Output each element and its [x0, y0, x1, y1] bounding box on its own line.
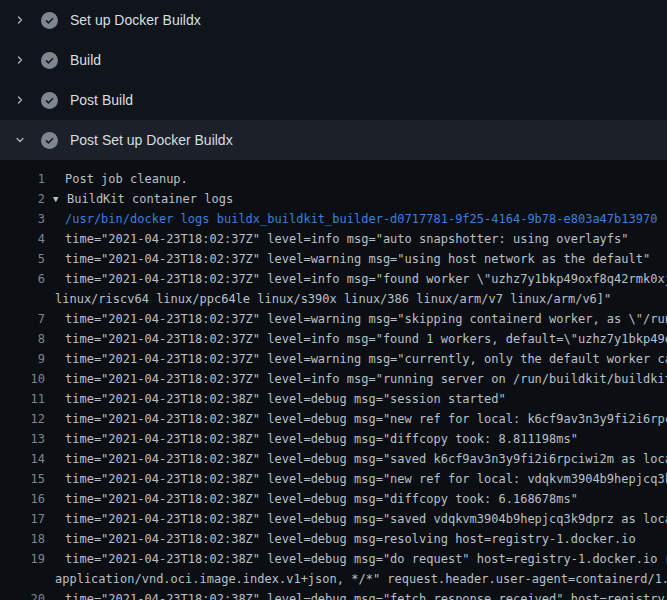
line-number[interactable]: 1	[0, 169, 45, 189]
step-label: Build	[70, 52, 101, 68]
workflow-job-log-panel: Set up Docker BuildxBuildPost BuildPost …	[0, 0, 667, 600]
line-number[interactable]: 5	[0, 249, 45, 269]
line-number[interactable]: 16	[0, 489, 45, 509]
check-circle-icon	[41, 92, 58, 109]
line-number[interactable]: 18	[0, 529, 45, 549]
log-text: time="2021-04-23T18:02:38Z" level=debug …	[65, 449, 667, 469]
chevron-right-icon	[12, 12, 28, 28]
log-line: 8time="2021-04-23T18:02:37Z" level=info …	[0, 329, 667, 349]
log-line: 7time="2021-04-23T18:02:37Z" level=warni…	[0, 309, 667, 329]
chevron-right-icon	[12, 52, 28, 68]
step-row-build[interactable]: Build	[0, 40, 667, 80]
log-text: Post job cleanup.	[65, 169, 188, 189]
log-line: 5time="2021-04-23T18:02:37Z" level=warni…	[0, 249, 667, 269]
log-text: time="2021-04-23T18:02:37Z" level=warnin…	[65, 249, 650, 269]
log-text: time="2021-04-23T18:02:37Z" level=warnin…	[65, 349, 667, 369]
check-circle-icon	[41, 12, 58, 29]
line-number[interactable]: 9	[0, 349, 45, 369]
line-number[interactable]: 13	[0, 429, 45, 449]
log-line: 19time="2021-04-23T18:02:38Z" level=debu…	[0, 549, 667, 569]
line-number[interactable]: 14	[0, 449, 45, 469]
line-number[interactable]: 4	[0, 229, 45, 249]
log-line: 11time="2021-04-23T18:02:38Z" level=debu…	[0, 389, 667, 409]
line-number	[0, 569, 45, 589]
line-number[interactable]: 10	[0, 369, 45, 389]
log-line: 12time="2021-04-23T18:02:38Z" level=debu…	[0, 409, 667, 429]
log-command-text: /usr/bin/docker logs buildx_buildkit_bui…	[65, 209, 657, 229]
steps-list: Set up Docker BuildxBuildPost BuildPost …	[0, 0, 667, 160]
line-number[interactable]: 6	[0, 269, 45, 289]
step-row-post-build[interactable]: Post Build	[0, 80, 667, 120]
log-text: time="2021-04-23T18:02:38Z" level=debug …	[65, 589, 667, 600]
line-number[interactable]: 20	[0, 589, 45, 600]
log-text: time="2021-04-23T18:02:38Z" level=debug …	[65, 489, 578, 509]
line-number[interactable]: 2	[0, 189, 45, 209]
log-group-collapse-icon[interactable]: ▼	[53, 189, 67, 209]
line-number[interactable]: 8	[0, 329, 45, 349]
log-line: 4time="2021-04-23T18:02:37Z" level=info …	[0, 229, 667, 249]
log-text: time="2021-04-23T18:02:38Z" level=debug …	[65, 469, 667, 489]
log-line: application/vnd.oci.image.index.v1+json,…	[0, 569, 667, 589]
log-line: 15time="2021-04-23T18:02:38Z" level=debu…	[0, 469, 667, 489]
step-label: Post Set up Docker Buildx	[70, 132, 233, 148]
log-text: time="2021-04-23T18:02:38Z" level=debug …	[65, 509, 667, 529]
line-number[interactable]: 15	[0, 469, 45, 489]
log-text: time="2021-04-23T18:02:37Z" level=info m…	[65, 369, 667, 389]
log-line: 17time="2021-04-23T18:02:38Z" level=debu…	[0, 509, 667, 529]
step-row-set-up-docker-buildx[interactable]: Set up Docker Buildx	[0, 0, 667, 40]
log-line: 18time="2021-04-23T18:02:38Z" level=debu…	[0, 529, 667, 549]
log-text: time="2021-04-23T18:02:37Z" level=info m…	[65, 269, 667, 289]
log-line: linux/riscv64 linux/ppc64le linux/s390x …	[0, 289, 667, 309]
log-line: 10time="2021-04-23T18:02:37Z" level=info…	[0, 369, 667, 389]
log-text: time="2021-04-23T18:02:37Z" level=info m…	[65, 229, 629, 249]
log-line: 13time="2021-04-23T18:02:38Z" level=debu…	[0, 429, 667, 449]
log-line: 3/usr/bin/docker logs buildx_buildkit_bu…	[0, 209, 667, 229]
chevron-down-icon	[12, 132, 28, 148]
log-text: time="2021-04-23T18:02:37Z" level=warnin…	[65, 309, 667, 329]
log-line: 20time="2021-04-23T18:02:38Z" level=debu…	[0, 589, 667, 600]
log-text: linux/riscv64 linux/ppc64le linux/s390x …	[55, 289, 611, 309]
log-line: 14time="2021-04-23T18:02:38Z" level=debu…	[0, 449, 667, 469]
line-number[interactable]: 3	[0, 209, 45, 229]
chevron-right-icon	[12, 92, 28, 108]
log-line: 9time="2021-04-23T18:02:37Z" level=warni…	[0, 349, 667, 369]
log-text: time="2021-04-23T18:02:38Z" level=debug …	[65, 389, 506, 409]
log-line: 1Post job cleanup.	[0, 169, 667, 189]
log-text: time="2021-04-23T18:02:37Z" level=info m…	[65, 329, 667, 349]
log-line: 6time="2021-04-23T18:02:37Z" level=info …	[0, 269, 667, 289]
line-number	[0, 289, 45, 309]
line-number[interactable]: 11	[0, 389, 45, 409]
check-circle-icon	[41, 132, 58, 149]
step-row-post-set-up-docker-buildx[interactable]: Post Set up Docker Buildx	[0, 120, 667, 160]
log-text: BuildKit container logs	[67, 189, 233, 209]
line-number[interactable]: 12	[0, 409, 45, 429]
check-circle-icon	[41, 52, 58, 69]
log-line: 16time="2021-04-23T18:02:38Z" level=debu…	[0, 489, 667, 509]
log-text: time="2021-04-23T18:02:38Z" level=debug …	[65, 429, 578, 449]
step-label: Set up Docker Buildx	[70, 12, 201, 28]
line-number[interactable]: 19	[0, 549, 45, 569]
log-text: time="2021-04-23T18:02:38Z" level=debug …	[65, 529, 636, 549]
line-number[interactable]: 17	[0, 509, 45, 529]
log-group-row[interactable]: 2▼BuildKit container logs	[0, 189, 667, 209]
line-number[interactable]: 7	[0, 309, 45, 329]
log-text: application/vnd.oci.image.index.v1+json,…	[55, 569, 667, 589]
step-label: Post Build	[70, 92, 133, 108]
log-text: time="2021-04-23T18:02:38Z" level=debug …	[65, 549, 667, 569]
log-text: time="2021-04-23T18:02:38Z" level=debug …	[65, 409, 667, 429]
log-viewer[interactable]: 1Post job cleanup.2▼BuildKit container l…	[0, 160, 667, 600]
